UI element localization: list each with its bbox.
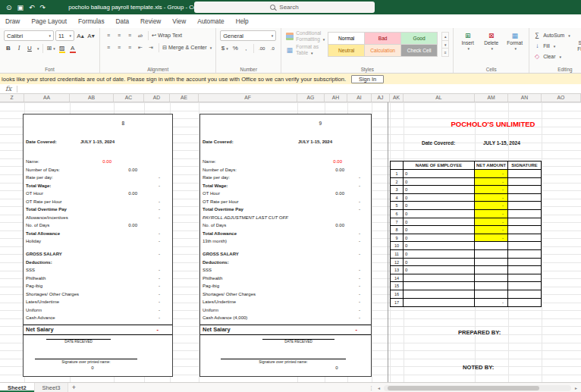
font-color-icon[interactable]: A xyxy=(68,43,77,53)
slip-row-value[interactable]: - xyxy=(359,182,360,190)
gallery-down-icon[interactable]: ▾ xyxy=(442,41,448,49)
column-header-ao[interactable]: AO xyxy=(542,94,581,102)
slip-row-label[interactable]: Allowance/incentives xyxy=(26,214,68,222)
slip-row-label[interactable]: Total Overtime Pay xyxy=(26,205,67,214)
search-box[interactable]: Search xyxy=(194,2,375,13)
column-header-an[interactable]: AN xyxy=(508,94,542,102)
date-covered-label[interactable]: Date Covered: xyxy=(26,138,57,146)
summary-name-cell[interactable]: 0 xyxy=(404,194,475,202)
summary-name-cell[interactable]: 0 xyxy=(404,266,475,274)
slip-row-value[interactable]: - xyxy=(359,198,360,206)
style-gallery-scroll[interactable]: ▴ ▾ ≡ xyxy=(441,32,449,57)
menu-tab-draw[interactable]: Draw xyxy=(5,17,20,25)
scroll-right-icon[interactable]: ▸ xyxy=(573,385,579,390)
slip-number[interactable]: 8 xyxy=(121,121,124,126)
slip-row-value[interactable]: - xyxy=(159,174,160,182)
wrap-text-button[interactable]: ↩Wrap Text xyxy=(152,32,182,39)
format-as-table-button[interactable]: ▦ Format asTable ▾ xyxy=(285,44,325,56)
slip-row-value[interactable]: - xyxy=(159,182,160,190)
slip-row-value[interactable]: - xyxy=(159,298,160,306)
slip-row-label[interactable]: No. of Days xyxy=(26,221,49,230)
date-covered-value[interactable]: JULY 1-15, 2024 xyxy=(80,138,115,146)
slip-row-label[interactable]: Name: xyxy=(26,158,39,166)
align-center-icon[interactable]: ≡ xyxy=(115,42,124,52)
insert-function-icon[interactable]: fx xyxy=(0,85,17,93)
summary-name-cell[interactable]: 0 xyxy=(404,202,475,209)
slip-row-value[interactable]: - xyxy=(159,266,160,274)
footer-zero-cell[interactable]: 0 xyxy=(77,365,108,370)
slip-row-value[interactable]: - xyxy=(159,237,160,246)
slip-row-label[interactable]: Rate per day: xyxy=(203,174,230,182)
summary-name-cell[interactable]: 0 xyxy=(404,210,475,218)
summary-name-cell[interactable] xyxy=(404,274,475,282)
summary-signature-cell[interactable] xyxy=(508,170,541,177)
cell-style-bad[interactable]: Bad xyxy=(365,33,400,44)
net-salary-row[interactable]: Net Salary- xyxy=(24,325,172,335)
slip-row-label[interactable]: Uniform xyxy=(203,306,218,315)
slip-row-label[interactable]: Holiday xyxy=(26,237,41,246)
slip-row-value[interactable]: - xyxy=(159,306,160,315)
summary-signature-cell[interactable] xyxy=(508,242,541,249)
column-header-af[interactable]: AF xyxy=(199,94,297,102)
conditional-formatting-button[interactable]: ConditionalFormatting ▾ xyxy=(285,30,325,42)
slip-number[interactable]: 9 xyxy=(319,121,322,126)
redo-icon[interactable]: ↷ xyxy=(40,4,46,11)
font-name-select[interactable]: Calibri▾ xyxy=(4,30,54,41)
cell-style-good[interactable]: Good xyxy=(401,33,437,44)
column-header-z[interactable]: Z xyxy=(0,94,24,102)
slip-row-value[interactable]: - xyxy=(159,274,160,283)
slip-row-label[interactable]: Name: xyxy=(203,158,216,166)
summary-signature-cell[interactable] xyxy=(508,250,541,258)
slip-row-value[interactable]: - xyxy=(159,314,160,322)
fill-button[interactable]: ↓Fill▾ xyxy=(533,41,570,51)
column-header-am[interactable]: AM xyxy=(475,94,508,102)
slip-row-label[interactable]: OT Hour xyxy=(203,190,220,198)
slip-row-label[interactable]: SSS xyxy=(203,266,212,274)
slip-row-label[interactable]: PAYROLL ADJUSTMENT LAST CUT OFF xyxy=(203,214,288,222)
slip-row-label[interactable]: OT Rate per Hour xyxy=(26,198,62,206)
slip-row-label[interactable]: Deductions: xyxy=(203,259,229,267)
slip-row-value[interactable]: - xyxy=(359,314,360,322)
summary-signature-cell[interactable] xyxy=(508,210,541,218)
summary-signature-cell[interactable] xyxy=(508,178,541,186)
autosum-button[interactable]: ∑AutoSum▾ xyxy=(533,30,570,40)
horizontal-scrollbar[interactable]: ⋮ ◂ ▸ xyxy=(369,384,579,392)
slip-row-value[interactable]: - xyxy=(359,290,360,299)
summary-net-cell[interactable]: - xyxy=(475,218,508,226)
autosave-icon[interactable]: ⊙ xyxy=(6,4,12,11)
summary-header-signature[interactable]: SIGNATURE xyxy=(508,162,541,169)
sheet[interactable]: POCHOLO'S UNLIMITED Date Covered: JULY 1… xyxy=(0,102,581,382)
insert-cells-button[interactable]: ⊞ Insert ▾ xyxy=(457,30,478,51)
delete-cells-button[interactable]: ⊠ Delete ▾ xyxy=(481,30,501,51)
summary-name-cell[interactable] xyxy=(404,282,475,290)
summary-net-cell[interactable]: - xyxy=(475,186,508,193)
summary-net-cell[interactable]: - xyxy=(475,194,508,202)
net-salary-row[interactable]: Net Salary- xyxy=(200,325,371,335)
slip-row-label[interactable]: Number of Days: xyxy=(203,166,237,174)
slip-row-value[interactable]: 0.00 xyxy=(335,166,344,174)
bold-button[interactable]: B xyxy=(4,43,13,53)
slip-row-label[interactable]: Total Overtime Pay xyxy=(203,205,243,214)
summary-name-cell[interactable]: 0 xyxy=(404,234,475,242)
slip-row-value[interactable]: - xyxy=(159,230,160,238)
merge-center-button[interactable]: ⊟Merge & Center▾ xyxy=(162,44,212,51)
summary-net-cell[interactable]: - xyxy=(475,234,508,242)
summary-signature-cell[interactable] xyxy=(508,186,541,193)
column-header-ad[interactable]: AD xyxy=(144,94,170,102)
column-header-aa[interactable]: AA xyxy=(24,94,70,102)
borders-icon[interactable]: ⊞▾ xyxy=(46,43,56,53)
slip-row-value[interactable]: - xyxy=(359,282,360,290)
slip-row-label[interactable]: Lates/Undertime xyxy=(203,298,236,306)
summary-signature-cell[interactable] xyxy=(508,218,541,226)
italic-button[interactable]: I xyxy=(14,43,24,53)
summary-name-cell[interactable]: 0 xyxy=(404,186,475,193)
slip-row-value[interactable]: - xyxy=(359,230,360,238)
add-sheet-button[interactable]: + xyxy=(68,383,79,392)
decrease-indent-icon[interactable]: ⇤ xyxy=(136,42,145,52)
summary-name-cell[interactable]: 0 xyxy=(404,250,475,258)
summary-name-cell[interactable]: 0 xyxy=(404,178,475,186)
slip-row-label[interactable]: OT Hour xyxy=(26,190,43,198)
clear-button[interactable]: ◇Clear▾ xyxy=(533,52,570,61)
undo-icon[interactable]: ↶ xyxy=(29,4,35,11)
slip-row-label[interactable]: Total Allowance xyxy=(26,230,60,238)
